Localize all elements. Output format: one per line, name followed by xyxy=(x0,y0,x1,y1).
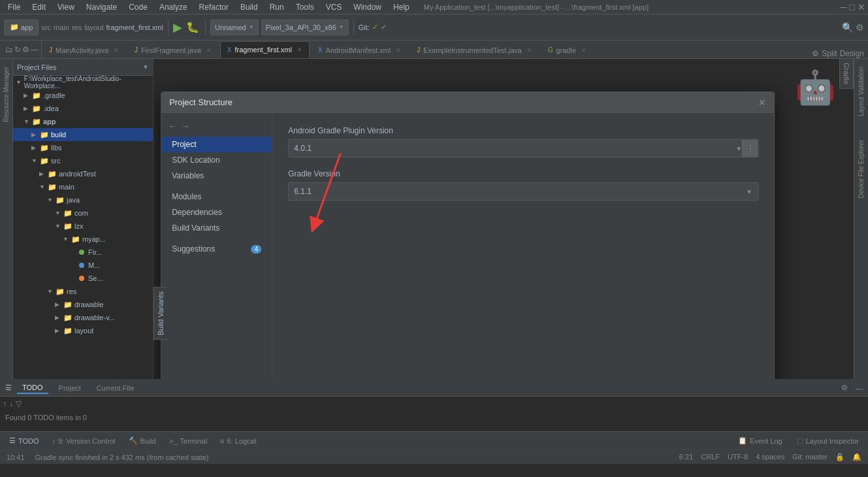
toolbar: 📁 app src main res layout fragment_first… xyxy=(0,14,868,41)
tab-close4-icon[interactable]: ✕ xyxy=(396,47,401,54)
toolbar-sep3 xyxy=(353,20,354,35)
menu-view[interactable]: View xyxy=(52,1,80,13)
menu-refactor[interactable]: Refactor xyxy=(194,1,234,13)
menu-window[interactable]: Window xyxy=(348,1,387,13)
tab-androidmanifest[interactable]: X AndroidManifest.xml ✕ xyxy=(311,41,408,58)
nav-modules[interactable]: Modules xyxy=(161,189,272,205)
bottom-panel: ☰ TODO ↕ 9: Version Control 🔨 Build >_ T… xyxy=(0,431,868,450)
toolbar-file: fragment_first.xml xyxy=(106,24,163,31)
search-icon[interactable]: 🔍 xyxy=(842,22,853,33)
todo-tab-project[interactable]: Project xyxy=(54,383,86,393)
tab-close2-icon[interactable]: ✕ xyxy=(206,47,212,54)
menu-code[interactable]: Code xyxy=(123,1,153,13)
todo-close-icon[interactable]: — xyxy=(856,384,863,392)
tree-myap[interactable]: ▼ 📁 myap... xyxy=(13,233,153,246)
nav-dependencies[interactable]: Dependencies xyxy=(161,205,272,220)
tab-mainactivity[interactable]: J MainActivity.java ✕ xyxy=(42,41,126,58)
tab-close6-icon[interactable]: ✕ xyxy=(581,47,587,54)
tree-gradle[interactable]: ▶ 📁 .gradle xyxy=(13,89,153,102)
tree-idea[interactable]: ▶ 📁 .idea xyxy=(13,102,153,115)
run-button[interactable]: ▶ xyxy=(173,20,182,35)
nav-suggestions[interactable]: Suggestions 4 xyxy=(161,241,272,257)
nav-back-arrow-icon[interactable]: ← xyxy=(168,121,177,131)
tree-com[interactable]: ▼ 📁 com xyxy=(13,206,153,220)
maximize-button[interactable]: □ xyxy=(850,2,855,12)
tab-close5-icon[interactable]: ✕ xyxy=(527,47,532,54)
tab-gradle[interactable]: G gradle ✕ xyxy=(541,41,594,58)
tree-main[interactable]: ▼ 📁 main xyxy=(13,180,153,193)
build-variants-tab[interactable]: Build Variants xyxy=(153,287,167,340)
tree-drawable-v[interactable]: ▶ 📁 drawable-v... xyxy=(13,311,153,324)
up-arrow-icon[interactable]: ↑ xyxy=(3,399,7,408)
tree-build[interactable]: ▶ 📁 build xyxy=(13,128,153,141)
tree-drawable[interactable]: ▶ 📁 drawable xyxy=(13,298,153,311)
tree-res[interactable]: ▼ 📁 res xyxy=(13,285,153,298)
settings-gear-icon[interactable]: ⚙ xyxy=(22,45,29,54)
down-arrow-icon[interactable]: ↓ xyxy=(9,399,13,408)
bottom-tab-todo[interactable]: ☰ TODO xyxy=(5,435,43,446)
tree-options-icon[interactable]: ▼ xyxy=(142,63,149,71)
bottom-tab-terminal[interactable]: >_ Terminal xyxy=(165,436,211,446)
tree-se[interactable]: Se... xyxy=(13,272,153,285)
device-file-explorer-tab[interactable]: Device File Explorer xyxy=(856,135,866,203)
tree-fir[interactable]: Fir... xyxy=(13,246,153,259)
tab-firstfragment[interactable]: J FirstFragment.java ✕ xyxy=(127,41,219,58)
tab-settings-icon[interactable]: ⚙ xyxy=(812,49,819,58)
menu-navigate[interactable]: Navigate xyxy=(81,1,122,13)
tab-exampletest[interactable]: J ExampleInstrumentedTest.java ✕ xyxy=(410,41,539,58)
minimize-button[interactable]: ─ xyxy=(841,2,847,12)
tree-root[interactable]: ▼ F:\Workplace_test\AndroidStudio-Workpl… xyxy=(13,76,153,89)
logcat-icon: ≡ xyxy=(220,437,224,445)
tab-close3-icon[interactable]: ✕ xyxy=(297,46,302,53)
tab-fragment-xml[interactable]: X fragment_first.xml ✕ xyxy=(220,41,310,58)
bottom-tab-versioncontrol[interactable]: ↕ 9: Version Control xyxy=(48,436,120,446)
collapse-icon[interactable]: — xyxy=(31,45,39,54)
design-label[interactable]: Design xyxy=(840,49,864,58)
menu-edit[interactable]: Edit xyxy=(27,1,51,13)
pixel-dropdown[interactable]: Pixel_3a_API_30_x86 ▼ xyxy=(261,20,349,35)
gradle-sidebar-tab[interactable]: Gradle xyxy=(839,59,854,89)
split-label[interactable]: Split xyxy=(822,49,837,58)
menu-tools[interactable]: Tools xyxy=(291,1,319,13)
todo-tab-currentfile[interactable]: Current File xyxy=(91,383,139,393)
tree-layout[interactable]: ▶ 📁 layout xyxy=(13,324,153,337)
nav-variables[interactable]: Variables xyxy=(161,168,272,184)
toolbar-app-btn[interactable]: 📁 app xyxy=(4,20,39,35)
menu-vcs[interactable]: VCS xyxy=(321,1,347,13)
menu-run[interactable]: Run xyxy=(265,1,289,13)
layout-validation-tab[interactable]: Layout Validation xyxy=(856,61,866,122)
tree-src[interactable]: ▼ 📁 src xyxy=(13,154,153,167)
close-button[interactable]: ✕ xyxy=(858,2,865,12)
tree-androidtest[interactable]: ▶ 📁 androidTest xyxy=(13,167,153,180)
device-dropdown[interactable]: Unnamed ▼ xyxy=(210,20,259,35)
menu-help[interactable]: Help xyxy=(388,1,415,13)
tree-libs[interactable]: ▶ 📁 libs xyxy=(13,141,153,154)
settings-icon[interactable]: ⚙ xyxy=(856,22,864,33)
nav-sdk-location[interactable]: SDK Location xyxy=(161,152,272,168)
resource-manager-tab[interactable]: Resource Manager xyxy=(1,61,11,127)
todo-settings-icon[interactable]: ⚙ xyxy=(841,384,848,392)
menu-file[interactable]: File xyxy=(3,1,25,13)
tree-m[interactable]: M... xyxy=(13,259,153,272)
tab-close-icon[interactable]: ✕ xyxy=(114,47,119,54)
tree-app[interactable]: ▼ 📁 app xyxy=(13,115,153,128)
nav-forward-arrow-icon[interactable]: → xyxy=(181,121,190,131)
layout-inspector-tab[interactable]: ⬚ Layout Inspector xyxy=(793,435,863,446)
filter-icon[interactable]: ▽ xyxy=(16,399,22,408)
event-log-tab[interactable]: 📋 Event Log xyxy=(734,435,786,446)
dialog-close-button[interactable]: ✕ xyxy=(758,97,766,108)
debug-button[interactable]: 🐛 xyxy=(186,21,199,33)
suggestions-badge: 4 xyxy=(251,245,262,254)
bottom-tab-build[interactable]: 🔨 Build xyxy=(125,435,160,446)
agp-dropdown-btn[interactable]: ⋮ xyxy=(742,140,758,157)
menu-analyze[interactable]: Analyze xyxy=(154,1,193,13)
menu-build[interactable]: Build xyxy=(235,1,263,13)
tree-java[interactable]: ▼ 📁 java xyxy=(13,193,153,206)
sync-icon[interactable]: ↻ xyxy=(14,45,21,54)
todo-tab-todo[interactable]: TODO xyxy=(17,382,48,394)
nav-build-variants[interactable]: Build Variants xyxy=(161,220,272,236)
nav-icon[interactable]: 🗂 xyxy=(5,45,13,54)
tree-lzx[interactable]: ▼ 📁 lzx xyxy=(13,220,153,233)
bottom-tab-logcat[interactable]: ≡ 6: Logcat xyxy=(216,436,261,446)
nav-project[interactable]: Project xyxy=(161,137,272,152)
